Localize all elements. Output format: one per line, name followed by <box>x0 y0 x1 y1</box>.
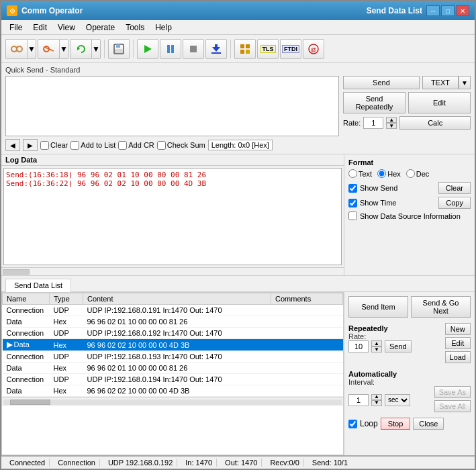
sec-dropdown[interactable]: sec ms <box>385 394 410 406</box>
menu-tools[interactable]: Tools <box>120 21 150 34</box>
interval-input[interactable] <box>348 394 369 406</box>
next-button[interactable]: ▶ <box>23 139 38 151</box>
table-row[interactable]: Connection UDP UDP IP:192.168.0.192 In:1… <box>3 328 343 339</box>
close-button[interactable]: ✕ <box>456 5 469 16</box>
add-to-list-checkbox[interactable] <box>70 141 79 150</box>
show-send-checkbox[interactable] <box>348 184 357 193</box>
send-repeatedly-button[interactable]: Send Repeatedly <box>343 92 406 113</box>
calc-button[interactable]: Calc <box>399 116 471 130</box>
minimize-button[interactable]: ─ <box>426 5 440 16</box>
stop-button[interactable]: Stop <box>381 418 411 430</box>
add-cr-checkbox-label[interactable]: Add CR <box>118 141 154 150</box>
row-name: Connection <box>3 351 50 363</box>
sdl-rate-up[interactable]: ▲ <box>371 340 382 346</box>
row-comments <box>271 316 343 328</box>
toolbar-at-btn[interactable]: @ <box>303 39 324 59</box>
menu-help[interactable]: Help <box>150 21 177 34</box>
prev-button[interactable]: ◀ <box>5 139 20 151</box>
send-data-list-section: Send Data List Name Type Content Comment… <box>1 276 475 455</box>
format-text-radio[interactable] <box>348 169 357 178</box>
format-clear-button[interactable]: Clear <box>438 182 471 194</box>
row-content: UDP IP:192.168.0.193 In:1470 Out: 1470 <box>83 351 271 363</box>
edit-button[interactable]: Edit <box>445 337 471 349</box>
show-data-source-checkbox[interactable] <box>348 211 357 220</box>
menu-edit[interactable]: Edit <box>28 21 52 34</box>
table-row[interactable]: Connection UDP UDP IP:192.168.0.191 In:1… <box>3 305 343 316</box>
svg-rect-6 <box>116 44 120 48</box>
show-time-checkbox[interactable] <box>348 199 357 207</box>
table-row[interactable]: Data Hex 96 96 02 02 10 00 00 00 4D 3B <box>3 385 343 397</box>
sdl-h-scrollbar[interactable] <box>2 397 343 406</box>
sdl-rate-input[interactable] <box>348 340 369 352</box>
col-header-content: Content <box>83 293 271 305</box>
table-row-selected[interactable]: ▶ Data Hex 96 96 02 02 10 00 00 00 4D 3B <box>3 339 343 351</box>
send-go-next-button[interactable]: Send & Go Next <box>411 296 471 318</box>
format-hex-radio-label[interactable]: Hex <box>377 169 401 178</box>
table-row[interactable]: Connection UDP UDP IP:192.168.0.193 In:1… <box>3 351 343 363</box>
menu-view[interactable]: View <box>52 21 81 34</box>
add-to-list-checkbox-label[interactable]: Add to List <box>70 141 115 150</box>
sdl-rate-down[interactable]: ▼ <box>371 346 382 352</box>
loop-row: Loop Stop Close <box>348 418 471 430</box>
maximize-button[interactable]: □ <box>441 5 455 16</box>
show-data-source-row: Show Data Source Information <box>348 211 471 220</box>
rate-up-button[interactable]: ▲ <box>386 117 397 123</box>
svg-rect-7 <box>115 50 122 53</box>
clear-checkbox[interactable] <box>40 141 49 150</box>
toolbar: ▼ ▼ ▼ <box>1 35 475 63</box>
save-as-button[interactable]: Save As <box>434 386 471 398</box>
send-item-button[interactable]: Send Item <box>348 296 408 318</box>
format-dec-radio-label[interactable]: Dec <box>406 169 430 178</box>
toolbar-connect-dropdown[interactable]: ▼ <box>27 39 36 59</box>
rate-down-button[interactable]: ▼ <box>386 123 397 129</box>
rate-input[interactable] <box>363 117 383 129</box>
sdl-scroll-thumb[interactable] <box>10 399 50 405</box>
log-h-scrollbar[interactable] <box>1 267 344 275</box>
table-row[interactable]: Connection UDP UDP IP:192.168.0.194 In:1… <box>3 374 343 385</box>
check-sum-checkbox-label[interactable]: Check Sum <box>157 141 205 150</box>
clear-checkbox-label[interactable]: Clear <box>40 141 68 150</box>
toolbar-disconnect-btn[interactable] <box>38 39 59 59</box>
format-dec-radio[interactable] <box>406 169 415 178</box>
toolbar-pause-btn[interactable] <box>160 39 181 59</box>
toolbar-stop-btn[interactable] <box>183 39 204 59</box>
text-format-dropdown[interactable]: ▼ <box>459 76 471 89</box>
new-button[interactable]: New <box>445 323 471 335</box>
toolbar-grid-btn[interactable] <box>234 39 256 59</box>
close-button[interactable]: Close <box>413 418 444 430</box>
save-all-button[interactable]: Save All <box>434 400 471 412</box>
format-copy-button[interactable]: Copy <box>438 197 471 209</box>
svg-rect-15 <box>240 44 244 48</box>
check-sum-checkbox[interactable] <box>157 141 166 150</box>
sdl-table-wrapper[interactable]: Name Type Content Comments Connection UD… <box>2 293 343 397</box>
toolbar-download-btn[interactable] <box>205 39 227 59</box>
sdl-send-button[interactable]: Send <box>385 340 412 352</box>
svg-rect-16 <box>246 44 250 48</box>
toolbar-play-btn[interactable] <box>137 39 158 59</box>
tab-send-data-list[interactable]: Send Data List <box>5 279 71 292</box>
menu-file[interactable]: File <box>4 21 28 34</box>
add-cr-checkbox[interactable] <box>118 141 127 150</box>
interval-down[interactable]: ▼ <box>371 400 382 406</box>
text-format-button[interactable]: TEXT <box>422 76 459 89</box>
table-row[interactable]: Data Hex 96 96 02 01 10 00 00 00 81 26 <box>3 363 343 374</box>
format-text-radio-label[interactable]: Text <box>348 169 372 178</box>
toolbar-tls-btn[interactable]: TLS <box>257 39 279 59</box>
sdl-scroll-track[interactable] <box>3 399 342 405</box>
menu-operate[interactable]: Operate <box>81 21 120 34</box>
format-hex-radio[interactable] <box>377 169 386 178</box>
toolbar-disconnect-dropdown[interactable]: ▼ <box>59 39 68 59</box>
toolbar-connect-btn[interactable] <box>5 39 27 59</box>
toolbar-reconnect-btn[interactable] <box>70 39 91 59</box>
toolbar-ftdi-btn[interactable]: FTDI <box>280 39 301 59</box>
load-button[interactable]: Load <box>445 351 471 363</box>
send-button[interactable]: Send <box>343 76 420 89</box>
col-header-comments: Comments <box>271 293 343 305</box>
loop-checkbox[interactable] <box>348 420 357 428</box>
toolbar-save-btn[interactable] <box>108 39 130 59</box>
log-scroll-thumb[interactable] <box>3 269 30 275</box>
edit-button[interactable]: Edit <box>408 92 471 113</box>
quick-send-input[interactable] <box>5 76 339 136</box>
table-row[interactable]: Data Hex 96 96 02 01 10 00 00 00 81 26 <box>3 316 343 328</box>
toolbar-reconnect-dropdown[interactable]: ▼ <box>91 39 101 59</box>
